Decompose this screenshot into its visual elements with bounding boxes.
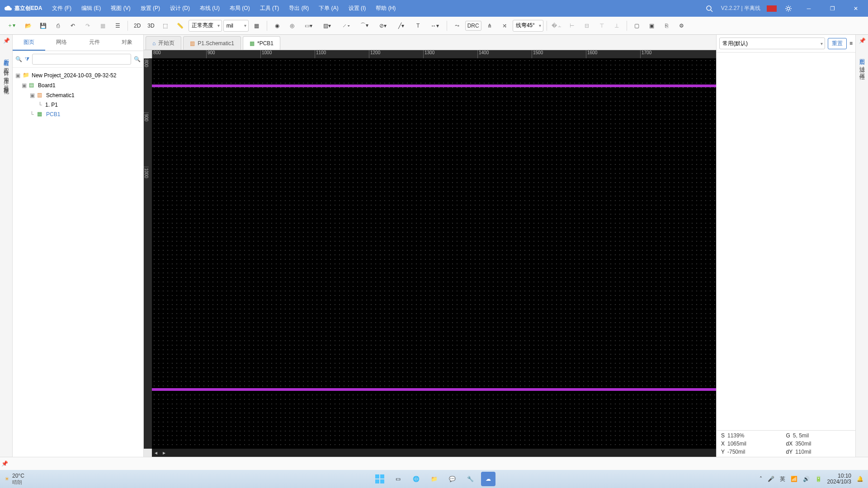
left-panel-tab[interactable]: 图页: [13, 35, 45, 51]
right-rail-tab[interactable]: 属性: [857, 66, 867, 74]
tree-schematic[interactable]: ▣▥Schematic1: [14, 90, 142, 100]
right-rail-tab[interactable]: 过滤: [857, 59, 867, 66]
panel-menu-icon[interactable]: ≡: [849, 40, 853, 47]
menu-item[interactable]: 布线 (U): [195, 2, 224, 15]
layer-preset-select[interactable]: 常用(默认): [719, 38, 825, 49]
right-rail-tab[interactable]: 图层: [857, 52, 867, 59]
net-tool-icon[interactable]: ⋔: [483, 19, 496, 33]
tree-pcb[interactable]: └▦PCB1: [14, 109, 142, 119]
search-icon[interactable]: 🔍: [15, 56, 22, 62]
menu-item[interactable]: 设计 (D): [165, 2, 194, 15]
settings2-icon[interactable]: ⚙: [675, 19, 689, 33]
tray-chevron-icon[interactable]: ˄: [760, 476, 762, 482]
open-button[interactable]: 📂: [21, 19, 35, 33]
menu-item[interactable]: 编辑 (E): [77, 2, 105, 15]
grid-icon[interactable]: ▦: [250, 19, 264, 33]
array-button[interactable]: ▦: [96, 19, 109, 33]
align-left-icon[interactable]: �󠀠⫠: [550, 19, 564, 33]
undo-button[interactable]: ↶: [66, 19, 80, 33]
menu-item[interactable]: 布局 (O): [225, 2, 255, 15]
search-go-icon[interactable]: 🔍: [134, 56, 141, 62]
pin-icon[interactable]: 📌: [3, 38, 9, 44]
clock[interactable]: 10:10 2024/10/3: [827, 473, 851, 485]
arc-tool-icon[interactable]: ⌒▾: [356, 19, 373, 33]
menu-item[interactable]: 导出 (R): [284, 2, 313, 15]
keepout-tool-icon[interactable]: ⊘▾: [374, 19, 392, 33]
route-angle-select[interactable]: 线弯45°: [513, 20, 543, 32]
tree-board[interactable]: ▣▤Board1: [14, 80, 142, 90]
tree-project[interactable]: ▣📁New Project_2024-10-03_09-32-52: [14, 70, 142, 80]
lang-flag-icon[interactable]: [767, 5, 777, 12]
list-button[interactable]: ☰: [111, 19, 124, 33]
distribute-icon[interactable]: ⊟: [580, 19, 594, 33]
start-button[interactable]: [373, 472, 387, 486]
line-tool-icon[interactable]: ╱▾: [393, 19, 410, 33]
dimension-tool-icon[interactable]: ↔▾: [426, 19, 443, 33]
filter-icon[interactable]: ⧩: [25, 56, 29, 62]
pcb-canvas[interactable]: [152, 58, 716, 449]
tree-page[interactable]: └1. P1: [14, 100, 142, 109]
text-tool-icon[interactable]: T: [411, 19, 425, 33]
align-top-icon[interactable]: ⊤: [595, 19, 609, 33]
rect-tool-icon[interactable]: ▭▾: [300, 19, 317, 33]
panel-a-icon[interactable]: ▢: [630, 19, 644, 33]
save-all-button[interactable]: ⎙: [51, 19, 65, 33]
new-button[interactable]: ＋▾: [3, 19, 20, 33]
scroll-left-icon[interactable]: ◂: [155, 450, 157, 456]
left-panel-tab[interactable]: 元件: [78, 35, 111, 51]
mic-icon[interactable]: 🎤: [768, 476, 774, 482]
menu-item[interactable]: 放置 (P): [136, 2, 165, 15]
battery-icon[interactable]: 🔋: [815, 476, 822, 482]
settings-icon[interactable]: [783, 3, 794, 14]
region-tool-icon[interactable]: ▨▾: [319, 19, 336, 33]
diff-pair-icon[interactable]: ⤨: [498, 19, 511, 33]
menu-item[interactable]: 工具 (T): [255, 2, 284, 15]
left-rail-tab[interactable]: 常用库: [1, 70, 11, 78]
maximize-button[interactable]: ❐: [824, 3, 841, 14]
menu-item[interactable]: 视图 (V): [106, 2, 135, 15]
pin-icon[interactable]: 📌: [0, 460, 9, 467]
left-panel-tab[interactable]: 网络: [45, 35, 78, 51]
tree-search-input[interactable]: [32, 54, 131, 65]
minimize-button[interactable]: ─: [800, 3, 817, 14]
eda-app-icon[interactable]: ☁: [481, 472, 495, 486]
edge-icon[interactable]: 🌐: [409, 472, 423, 486]
route-icon[interactable]: ⤳: [450, 19, 464, 33]
view-2d-button[interactable]: 2D: [131, 23, 143, 29]
volume-icon[interactable]: 🔊: [803, 476, 810, 482]
app-icon[interactable]: 🔧: [463, 472, 477, 486]
panel-c-icon[interactable]: ⎘: [660, 19, 674, 33]
scroll-right-icon[interactable]: ▸: [163, 450, 165, 456]
document-tab[interactable]: ▥P1.Schematic1: [183, 36, 241, 50]
unit-select[interactable]: mil: [223, 20, 249, 32]
menu-item[interactable]: 帮助 (H): [371, 2, 400, 15]
taskview-icon[interactable]: ▭: [391, 472, 405, 486]
menu-item[interactable]: 下单 (A): [314, 2, 343, 15]
close-button[interactable]: ✕: [847, 3, 864, 14]
brightness-select[interactable]: 正常亮度: [189, 20, 222, 32]
align-bottom-icon[interactable]: ⊥: [610, 19, 623, 33]
align-center-icon[interactable]: ⊢: [565, 19, 579, 33]
drc-button[interactable]: DRC: [465, 21, 481, 31]
document-tab[interactable]: ▦*PCB1: [243, 36, 280, 50]
menu-item[interactable]: 文件 (F): [47, 2, 76, 15]
redo-button[interactable]: ↷: [81, 19, 94, 33]
explorer-icon[interactable]: 📁: [427, 472, 441, 486]
save-button[interactable]: 💾: [36, 19, 50, 33]
select-rect-icon[interactable]: ⬚: [159, 19, 172, 33]
notifications-icon[interactable]: 🔔: [857, 476, 863, 482]
reset-button[interactable]: 重置: [828, 38, 847, 49]
ime-indicator[interactable]: 英: [780, 475, 785, 483]
polyline-tool-icon[interactable]: ⟋▾: [337, 19, 354, 33]
wechat-icon[interactable]: 💬: [445, 472, 459, 486]
wifi-icon[interactable]: 📶: [791, 476, 797, 482]
panel-b-icon[interactable]: ▣: [645, 19, 659, 33]
pin-icon[interactable]: 📌: [859, 38, 865, 44]
search-icon[interactable]: [704, 3, 715, 14]
left-rail-tab[interactable]: 所有工程: [1, 52, 11, 61]
via-icon[interactable]: ◉: [270, 19, 284, 33]
left-rail-tab[interactable]: 器件标准化: [1, 78, 11, 88]
view-3d-button[interactable]: 3D: [145, 23, 157, 29]
document-tab[interactable]: ⌂开始页: [146, 36, 181, 50]
hole-icon[interactable]: ◎: [285, 19, 299, 33]
